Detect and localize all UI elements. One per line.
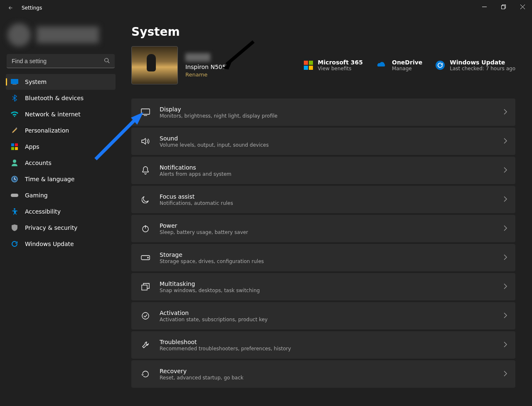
setting-notifications[interactable]: NotificationsAlerts from apps and system bbox=[131, 157, 515, 184]
gaming-icon bbox=[11, 192, 18, 199]
setting-sound[interactable]: SoundVolume levels, output, input, sound… bbox=[131, 128, 515, 155]
main-content: System Inspiron N5050 Rename Microsoft 3… bbox=[121, 16, 532, 406]
sidebar-item-windows-update[interactable]: Windows Update bbox=[6, 236, 116, 252]
accessibility-icon bbox=[11, 208, 18, 215]
setting-multitasking[interactable]: MultitaskingSnap windows, desktops, task… bbox=[131, 273, 515, 300]
sidebar-item-label: Apps bbox=[25, 143, 39, 150]
card-microsoft365[interactable]: Microsoft 365View benefits bbox=[304, 59, 363, 71]
multitasking-icon bbox=[140, 283, 151, 290]
power-icon bbox=[140, 225, 151, 232]
wrench-icon bbox=[140, 341, 151, 349]
check-circle-icon bbox=[140, 312, 151, 320]
device-name bbox=[185, 53, 210, 62]
sidebar-item-network[interactable]: Network & internet bbox=[6, 106, 116, 122]
shield-icon bbox=[11, 224, 18, 231]
window-controls bbox=[475, 0, 532, 13]
avatar bbox=[7, 23, 31, 47]
titlebar: Settings bbox=[0, 0, 532, 16]
device-model: Inspiron N5050 bbox=[185, 62, 230, 71]
sidebar-item-system[interactable]: System bbox=[6, 74, 116, 90]
svg-rect-6 bbox=[11, 143, 14, 146]
card-onedrive[interactable]: OneDriveManage bbox=[376, 59, 422, 71]
update-icon bbox=[11, 240, 18, 248]
chevron-right-icon bbox=[504, 283, 507, 290]
svg-rect-3 bbox=[11, 79, 18, 84]
back-button[interactable] bbox=[7, 5, 14, 11]
chevron-right-icon bbox=[504, 225, 507, 232]
person-icon bbox=[11, 159, 18, 167]
update-icon bbox=[436, 61, 445, 70]
search-input[interactable] bbox=[7, 54, 115, 68]
user-account-block[interactable] bbox=[4, 20, 117, 54]
paintbrush-icon bbox=[11, 127, 18, 134]
svg-rect-14 bbox=[141, 109, 150, 114]
chevron-right-icon bbox=[504, 254, 507, 261]
svg-point-17 bbox=[148, 257, 148, 258]
sidebar-item-bluetooth[interactable]: Bluetooth & devices bbox=[6, 90, 116, 106]
maximize-button[interactable] bbox=[494, 0, 513, 13]
rename-link[interactable]: Rename bbox=[185, 71, 230, 78]
chevron-right-icon bbox=[504, 138, 507, 145]
svg-point-13 bbox=[14, 208, 15, 210]
svg-point-19 bbox=[142, 312, 149, 319]
setting-focus-assist[interactable]: Focus assistNotifications, automatic rul… bbox=[131, 186, 515, 213]
sidebar-item-label: Gaming bbox=[25, 192, 48, 199]
sidebar-item-apps[interactable]: Apps bbox=[6, 139, 116, 155]
sidebar-item-label: Privacy & security bbox=[25, 224, 77, 231]
setting-activation[interactable]: ActivationActivation state, subscription… bbox=[131, 302, 515, 330]
sidebar-item-label: Bluetooth & devices bbox=[25, 95, 84, 101]
chevron-right-icon bbox=[504, 196, 507, 203]
setting-display[interactable]: DisplayMonitors, brightness, night light… bbox=[131, 98, 515, 126]
onedrive-icon bbox=[376, 61, 387, 70]
clock-icon bbox=[11, 175, 18, 183]
wifi-icon bbox=[11, 111, 18, 118]
bluetooth-icon bbox=[11, 94, 18, 102]
sidebar-item-accounts[interactable]: Accounts bbox=[6, 155, 116, 171]
system-icon bbox=[11, 78, 18, 86]
device-header: Inspiron N5050 Rename Microsoft 365View … bbox=[131, 46, 515, 84]
chevron-right-icon bbox=[504, 167, 507, 174]
sidebar-item-gaming[interactable]: Gaming bbox=[6, 187, 116, 203]
svg-rect-18 bbox=[142, 285, 147, 290]
sidebar-item-label: Time & language bbox=[25, 176, 74, 182]
setting-storage[interactable]: StorageStorage space, drives, configurat… bbox=[131, 244, 515, 271]
window-title: Settings bbox=[22, 5, 42, 11]
apps-icon bbox=[11, 143, 18, 150]
svg-point-2 bbox=[105, 58, 108, 62]
svg-rect-4 bbox=[12, 84, 17, 85]
device-thumbnail bbox=[131, 46, 178, 84]
svg-rect-12 bbox=[11, 194, 18, 197]
close-button[interactable] bbox=[513, 0, 532, 13]
sidebar-item-label: Windows Update bbox=[25, 241, 74, 247]
setting-power[interactable]: PowerSleep, battery usage, battery saver bbox=[131, 215, 515, 242]
sidebar-item-label: Personalization bbox=[25, 127, 69, 134]
sidebar-item-accessibility[interactable]: Accessibility bbox=[6, 204, 116, 219]
user-name bbox=[37, 27, 99, 43]
recovery-icon bbox=[140, 371, 151, 377]
sidebar-item-label: Network & internet bbox=[25, 111, 81, 118]
display-icon bbox=[140, 108, 151, 116]
microsoft-icon bbox=[304, 61, 313, 70]
chevron-right-icon bbox=[504, 342, 507, 349]
svg-rect-1 bbox=[501, 5, 505, 9]
page-title: System bbox=[131, 25, 515, 39]
sidebar-item-privacy[interactable]: Privacy & security bbox=[6, 220, 116, 236]
sidebar-item-time-language[interactable]: Time & language bbox=[6, 171, 116, 187]
svg-rect-9 bbox=[15, 147, 18, 150]
sidebar-item-label: Accounts bbox=[25, 160, 52, 166]
card-windows-update[interactable]: Windows UpdateLast checked: 7 hours ago bbox=[436, 59, 515, 71]
sidebar-item-personalization[interactable]: Personalization bbox=[6, 123, 116, 138]
chevron-right-icon bbox=[504, 312, 507, 320]
storage-icon bbox=[140, 255, 151, 260]
bell-icon bbox=[140, 166, 151, 175]
setting-recovery[interactable]: RecoveryReset, advanced startup, go back bbox=[131, 360, 515, 388]
sidebar-item-label: System bbox=[25, 79, 47, 85]
search-icon bbox=[104, 58, 110, 65]
moon-icon bbox=[140, 196, 151, 203]
svg-point-10 bbox=[13, 160, 16, 163]
setting-troubleshoot[interactable]: TroubleshootRecommended troubleshooters,… bbox=[131, 331, 515, 359]
minimize-button[interactable] bbox=[475, 0, 494, 13]
svg-rect-7 bbox=[15, 143, 18, 146]
svg-rect-8 bbox=[11, 147, 14, 150]
sound-icon bbox=[140, 138, 151, 145]
